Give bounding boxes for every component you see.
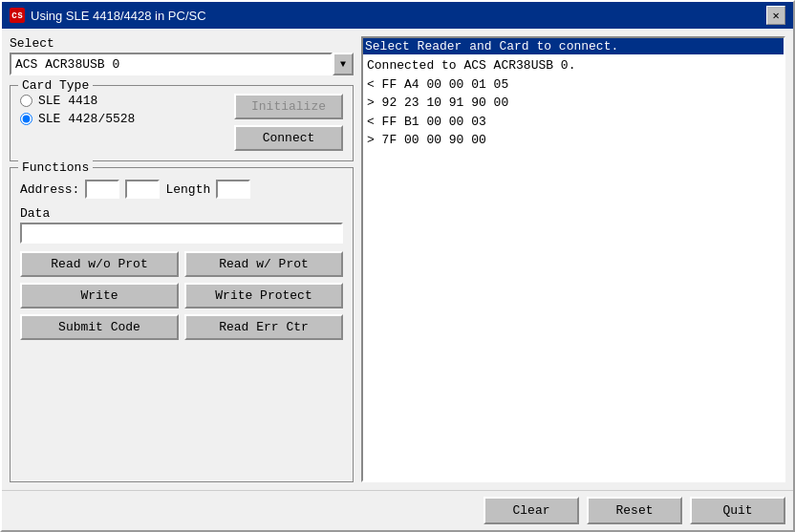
window-title: Using SLE 4418/4428 in PC/SC (31, 9, 206, 23)
log-area: Select Reader and Card to connect. Conne… (361, 36, 785, 482)
address-input-1[interactable] (85, 180, 119, 199)
card-type-group: Card Type SLE 4418 SLE 4428/5528 Ini (10, 85, 354, 161)
log-line-2: > 92 23 10 91 90 00 (367, 94, 780, 113)
bottom-bar: Clear Reset Quit (2, 490, 793, 530)
write-button[interactable]: Write (20, 283, 179, 309)
right-panel: Select Reader and Card to connect. Conne… (361, 36, 785, 482)
functions-group: Functions Address: Length Data Read w/o … (10, 167, 354, 482)
read-w-prot-button[interactable]: Read w/ Prot (184, 251, 343, 277)
reader-dropdown[interactable] (10, 53, 333, 75)
data-row: Data (20, 206, 343, 244)
main-content: Select ▼ Card Type SLE 4418 (2, 29, 793, 490)
dropdown-container: ▼ (10, 53, 354, 75)
main-window: cs Using SLE 4418/4428 in PC/SC ✕ Select… (0, 0, 795, 532)
radio-label-sle4418: SLE 4418 (38, 94, 97, 108)
card-type-radios: SLE 4418 SLE 4428/5528 (20, 94, 226, 151)
length-input[interactable] (216, 180, 250, 199)
read-wo-prot-button[interactable]: Read w/o Prot (20, 251, 179, 277)
radio-label-sle4428: SLE 4428/5528 (38, 112, 135, 126)
log-line-0: Connected to ACS ACR38USB 0. (367, 56, 780, 75)
submit-code-button[interactable]: Submit Code (20, 314, 179, 340)
radio-row-sle4418: SLE 4418 (20, 94, 226, 108)
clear-button[interactable]: Clear (483, 497, 579, 524)
functions-legend: Functions (18, 160, 93, 175)
log-line-1: < FF A4 00 00 01 05 (367, 75, 780, 95)
log-line-4: > 7F 00 00 90 00 (367, 131, 780, 150)
left-panel: Select ▼ Card Type SLE 4418 (10, 36, 354, 482)
title-bar: cs Using SLE 4418/4428 in PC/SC ✕ (2, 2, 793, 29)
quit-button[interactable]: Quit (690, 497, 785, 524)
write-protect-button[interactable]: Write Protect (184, 283, 343, 309)
log-header: Select Reader and Card to connect. (363, 38, 784, 54)
address-label: Address: (20, 182, 79, 197)
select-section: Select ▼ (10, 36, 354, 75)
reset-button[interactable]: Reset (587, 497, 682, 524)
dropdown-arrow-icon[interactable]: ▼ (333, 53, 354, 75)
address-input-2[interactable] (125, 180, 160, 199)
close-button[interactable]: ✕ (766, 6, 785, 25)
read-err-ctr-button[interactable]: Read Err Ctr (184, 314, 343, 340)
card-type-row: SLE 4418 SLE 4428/5528 Initialize Connec… (20, 94, 343, 151)
data-input[interactable] (20, 223, 343, 244)
data-label: Data (20, 206, 343, 221)
button-grid: Read w/o Prot Read w/ Prot Write Write P… (20, 251, 343, 340)
radio-row-sle4428: SLE 4428/5528 (20, 112, 226, 126)
length-label: Length (165, 182, 210, 197)
radio-sle4418[interactable] (20, 95, 32, 107)
initialize-button[interactable]: Initialize (234, 94, 343, 119)
connect-button[interactable]: Connect (234, 125, 343, 151)
address-row: Address: Length (20, 180, 343, 199)
title-bar-left: cs Using SLE 4418/4428 in PC/SC (10, 8, 206, 23)
card-type-legend: Card Type (18, 78, 93, 93)
app-icon: cs (10, 8, 25, 23)
select-label: Select (10, 36, 354, 51)
log-line-3: < FF B1 00 00 03 (367, 113, 780, 132)
radio-sle4428[interactable] (20, 113, 32, 125)
init-connect-col: Initialize Connect (234, 94, 343, 151)
